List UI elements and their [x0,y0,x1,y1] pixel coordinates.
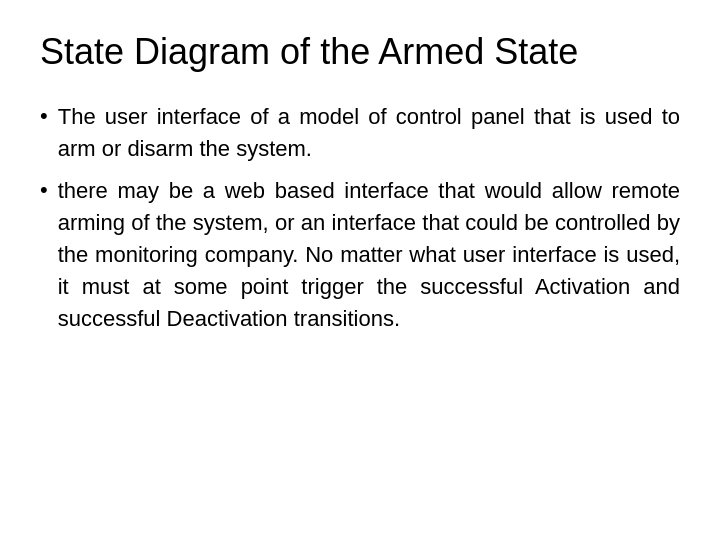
bullet-item-2: • there may be a web based interface tha… [40,175,680,334]
slide-content: • The user interface of a model of contr… [40,101,680,510]
bullet-dot-2: • [40,177,48,203]
bullet-text-1: The user interface of a model of control… [58,101,680,165]
slide-container: State Diagram of the Armed State • The u… [0,0,720,540]
bullet-text-2: there may be a web based interface that … [58,175,680,334]
slide-title: State Diagram of the Armed State [40,30,680,73]
bullet-item-1: • The user interface of a model of contr… [40,101,680,165]
bullet-dot-1: • [40,103,48,129]
